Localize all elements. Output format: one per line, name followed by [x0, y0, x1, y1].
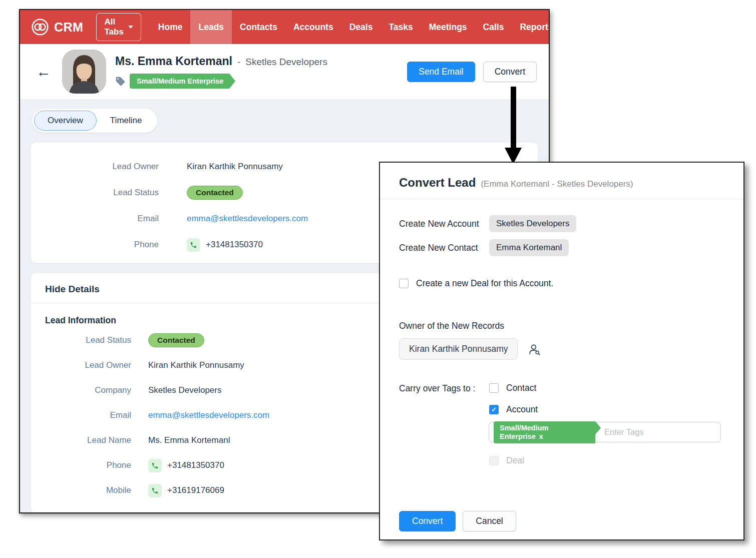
lead-company: Sketles Developers: [245, 57, 327, 68]
nav-item-deals[interactable]: Deals: [341, 10, 381, 44]
arrow-shaft: [511, 87, 516, 149]
nav-items: Home Leads Contacts Accounts Deals Tasks…: [150, 10, 550, 44]
field-value: Sketles Developers: [148, 385, 221, 395]
tag-icon: [115, 76, 126, 87]
lead-tag-badge[interactable]: Small/Medium Enterprise: [130, 74, 229, 89]
owner-label: Owner of the New Records: [399, 321, 725, 331]
field-label: Email: [31, 214, 159, 224]
avatar: [62, 50, 106, 94]
field-label: Lead Status: [45, 335, 131, 345]
phone-icon[interactable]: [187, 238, 200, 252]
lead-name: Ms. Emma Kortemanl: [115, 55, 232, 68]
brand-name: CRM: [54, 20, 83, 35]
field-label: Lead Status: [31, 188, 159, 198]
phone-number: +31481350370: [206, 240, 263, 250]
nav-item-meetings[interactable]: Meetings: [421, 10, 475, 44]
create-deal-checkbox[interactable]: [399, 279, 409, 288]
nav-item-calls[interactable]: Calls: [475, 10, 512, 44]
modal-title: Convert Lead: [399, 176, 476, 190]
account-checkbox[interactable]: ✓: [489, 405, 499, 414]
send-email-button[interactable]: Send Email: [407, 62, 475, 82]
field-label: Phone: [31, 240, 159, 250]
chevron-down-icon: [128, 26, 133, 29]
remove-tag-icon[interactable]: x: [539, 432, 543, 440]
field-label: Phone: [45, 460, 131, 470]
create-contact-value-chip[interactable]: Emma Kortemanl: [489, 239, 569, 256]
field-value: Kiran Karthik Ponnusamy: [187, 162, 283, 172]
nav-item-contacts[interactable]: Contacts: [232, 10, 285, 44]
lead-title-block: Ms. Emma Kortemanl - Sketles Developers …: [115, 55, 327, 89]
account-tag-badge[interactable]: Small/Medium Enterprisex: [494, 421, 595, 443]
brand[interactable]: CRM: [20, 10, 90, 44]
convert-button[interactable]: Convert: [483, 62, 537, 82]
phone-number: +31619176069: [167, 485, 224, 495]
screenshot-canvas: CRM All Tabs Home Leads Contacts Account…: [0, 0, 756, 558]
field-label: Company: [45, 385, 131, 395]
status-badge: Contacted: [148, 333, 204, 347]
carry-tags-deal-option: Deal: [489, 455, 721, 466]
all-tabs-label: All Tabs: [104, 17, 123, 37]
field-label: Lead Owner: [45, 360, 131, 370]
create-contact-label: Create New Contact: [399, 243, 489, 253]
modal-body: Create New Account Sketles Developers Cr…: [380, 199, 743, 466]
lead-name-separator: -: [237, 57, 240, 68]
lead-header: ← Ms. Emma Kortemanl - Sketles Developer…: [20, 44, 549, 99]
carry-tags-section: Carry over Tags to : Contact ✓ Account S…: [399, 383, 725, 466]
tab-strip: Overview Timeline: [20, 99, 549, 142]
field-label: Email: [45, 410, 131, 420]
field-label: Lead Owner: [31, 162, 159, 172]
all-tabs-dropdown[interactable]: All Tabs: [96, 13, 141, 41]
create-account-value-chip[interactable]: Sketles Developers: [489, 215, 576, 232]
tab-overview[interactable]: Overview: [34, 111, 97, 131]
email-link[interactable]: emma@skettlesdevelopers.com: [187, 214, 308, 224]
owner-select-field[interactable]: Kiran Karthik Ponnusamy: [399, 338, 518, 360]
nav-item-tasks[interactable]: Tasks: [381, 10, 421, 44]
tab-group: Overview Timeline: [32, 109, 157, 133]
email-link[interactable]: emma@skettlesdevelopers.com: [148, 410, 269, 420]
convert-lead-modal: Convert Lead (Emma Kortemanl - Sketles D…: [379, 162, 744, 540]
contact-checkbox[interactable]: [489, 383, 499, 393]
create-account-row: Create New Account Sketles Developers: [399, 214, 725, 233]
modal-cancel-button[interactable]: Cancel: [463, 511, 516, 531]
nav-item-leads[interactable]: Leads: [190, 10, 232, 44]
crm-logo-icon: [31, 18, 49, 36]
carry-tags-label: Carry over Tags to :: [399, 383, 489, 466]
modal-header: Convert Lead (Emma Kortemanl - Sketles D…: [380, 163, 743, 199]
phone-icon[interactable]: [148, 484, 162, 497]
nav-item-home[interactable]: Home: [150, 10, 191, 44]
modal-subtitle: (Emma Kortemanl - Sketles Developers): [481, 179, 633, 189]
tab-timeline[interactable]: Timeline: [97, 111, 156, 131]
tags-input-box[interactable]: Small/Medium Enterprisex: [489, 422, 721, 442]
user-lookup-icon[interactable]: [528, 343, 541, 356]
owner-section: Owner of the New Records Kiran Karthik P…: [399, 321, 725, 360]
field-value: Ms. Emma Kortemanl: [148, 435, 230, 445]
field-label: Lead Name: [45, 435, 131, 445]
contact-checkbox-label: Contact: [506, 383, 536, 393]
deal-checkbox: [489, 456, 499, 465]
create-deal-option: Create a new Deal for this Account.: [399, 278, 725, 289]
create-deal-label: Create a new Deal for this Account.: [416, 278, 553, 289]
back-arrow-icon[interactable]: ←: [29, 64, 58, 79]
status-badge: Contacted: [187, 186, 243, 200]
account-checkbox-label: Account: [506, 404, 538, 415]
phone-icon[interactable]: [148, 459, 162, 472]
field-value: Kiran Karthik Ponnusamy: [148, 360, 244, 370]
header-actions: Send Email Convert: [407, 62, 537, 82]
create-contact-row: Create New Contact Emma Kortemanl: [399, 238, 725, 257]
modal-footer: Convert Cancel: [399, 511, 516, 531]
create-account-label: Create New Account: [399, 219, 489, 229]
carry-tags-account-option: ✓ Account: [489, 404, 721, 415]
nav-item-accounts[interactable]: Accounts: [285, 10, 341, 44]
modal-convert-button[interactable]: Convert: [399, 511, 456, 531]
nav-item-reports[interactable]: Reports: [512, 10, 550, 44]
top-navbar: CRM All Tabs Home Leads Contacts Account…: [20, 10, 549, 44]
carry-tags-contact-option: Contact: [489, 383, 721, 393]
enter-tags-input[interactable]: [604, 427, 714, 437]
deal-checkbox-label: Deal: [506, 455, 524, 466]
phone-number: +31481350370: [167, 460, 224, 470]
field-label: Mobile: [45, 485, 131, 495]
